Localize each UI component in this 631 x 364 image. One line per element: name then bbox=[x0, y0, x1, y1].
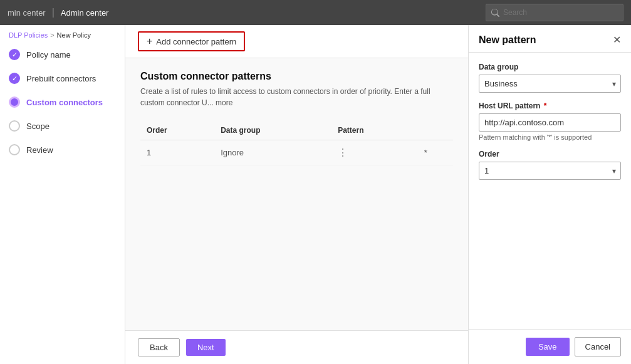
nav-items: ✓ Policy name ✓ Prebuilt connectors Cust… bbox=[0, 43, 125, 364]
sidebar-item-scope[interactable]: Scope bbox=[0, 114, 125, 138]
section-title: Custom connector patterns bbox=[140, 71, 453, 82]
row-pattern: * bbox=[418, 140, 453, 165]
section-desc: Create a list of rules to limit access t… bbox=[140, 86, 453, 108]
row-order: 1 bbox=[140, 140, 214, 165]
order-label: Order bbox=[479, 150, 621, 159]
col-actions bbox=[418, 121, 453, 140]
sidebar-item-policy-name[interactable]: ✓ Policy name bbox=[0, 43, 125, 66]
content-body: Custom connector patterns Create a list … bbox=[125, 58, 468, 330]
content-toolbar: + Add connector pattern bbox=[125, 25, 468, 58]
sidebar-label-custom: Custom connectors bbox=[26, 98, 103, 107]
status-dot-empty-1 bbox=[9, 120, 20, 132]
breadcrumb-current: New Policy bbox=[57, 31, 91, 39]
sidebar-item-prebuilt-connectors[interactable]: ✓ Prebuilt connectors bbox=[0, 66, 125, 90]
add-connector-button[interactable]: + Add connector pattern bbox=[138, 31, 245, 51]
right-panel: New pattern ✕ Data group Business Ignore… bbox=[468, 25, 631, 364]
row-menu-dots[interactable]: ⋮ bbox=[338, 147, 348, 158]
content-area: + Add connector pattern Custom connector… bbox=[125, 25, 468, 364]
host-url-input[interactable] bbox=[479, 113, 621, 132]
col-data-group: Data group bbox=[214, 121, 331, 140]
breadcrumb-parent[interactable]: DLP Policies bbox=[9, 31, 48, 39]
order-select-wrapper: 1 2 3 ▾ bbox=[479, 162, 621, 180]
panel-body: Data group Business Ignore Block ▾ Host … bbox=[469, 53, 631, 329]
col-pattern: Pattern bbox=[331, 121, 418, 140]
col-order: Order bbox=[140, 121, 214, 140]
data-group-select-wrapper: Business Ignore Block ▾ bbox=[479, 75, 621, 93]
status-dot-active bbox=[9, 96, 20, 108]
order-field: Order 1 2 3 ▾ bbox=[479, 150, 621, 180]
patterns-table: Order Data group Pattern 1 Ignore ⋮ * bbox=[140, 121, 453, 165]
table-row: 1 Ignore ⋮ * bbox=[140, 140, 453, 165]
check-icon-1: ✓ bbox=[12, 51, 18, 59]
breadcrumb: DLP Policies > New Policy bbox=[0, 25, 125, 43]
data-group-field: Data group Business Ignore Block ▾ bbox=[479, 63, 621, 93]
sidebar-item-review[interactable]: Review bbox=[0, 138, 125, 162]
search-icon bbox=[491, 9, 499, 17]
panel-footer: Save Cancel bbox=[469, 329, 631, 364]
panel-close-button[interactable]: ✕ bbox=[613, 34, 621, 46]
breadcrumb-sep: > bbox=[50, 31, 54, 39]
row-data-group: Ignore bbox=[214, 140, 331, 165]
admin-center-label: Admin center bbox=[61, 8, 109, 18]
topbar: min center | Admin center bbox=[0, 0, 631, 25]
panel-title: New pattern bbox=[479, 34, 536, 46]
next-button[interactable]: Next bbox=[186, 339, 226, 356]
check-icon-2: ✓ bbox=[12, 75, 18, 83]
sidebar-item-custom-connectors[interactable]: Custom connectors bbox=[0, 90, 125, 114]
back-button[interactable]: Back bbox=[138, 338, 180, 356]
add-connector-label: Add connector pattern bbox=[156, 37, 236, 46]
data-group-label: Data group bbox=[479, 63, 621, 71]
sidebar-label-policy-name: Policy name bbox=[26, 50, 71, 60]
search-box[interactable] bbox=[486, 4, 623, 21]
status-dot-done-2: ✓ bbox=[9, 73, 20, 84]
order-select[interactable]: 1 2 3 bbox=[479, 162, 621, 180]
host-url-field: Host URL pattern * Pattern matching with… bbox=[479, 101, 621, 141]
sidebar: DLP Policies > New Policy ✓ Policy name … bbox=[0, 25, 125, 364]
sidebar-label-prebuilt: Prebuilt connectors bbox=[26, 74, 96, 83]
data-group-select[interactable]: Business Ignore Block bbox=[479, 75, 621, 93]
cancel-button[interactable]: Cancel bbox=[575, 337, 621, 356]
host-url-hint: Pattern matching with '*' is supported bbox=[479, 133, 621, 141]
sidebar-label-scope: Scope bbox=[26, 122, 50, 131]
sidebar-label-review: Review bbox=[26, 145, 53, 155]
search-input[interactable] bbox=[503, 8, 618, 17]
plus-icon: + bbox=[147, 36, 152, 47]
app-name: min center bbox=[8, 8, 46, 18]
host-url-label: Host URL pattern * bbox=[479, 101, 621, 110]
panel-header: New pattern ✕ bbox=[469, 25, 631, 53]
content-footer: Back Next bbox=[125, 330, 468, 364]
save-button[interactable]: Save bbox=[526, 338, 570, 356]
topbar-separator: | bbox=[52, 7, 55, 18]
status-dot-done-1: ✓ bbox=[9, 49, 20, 60]
required-marker: * bbox=[544, 101, 547, 110]
status-dot-empty-2 bbox=[9, 144, 20, 155]
main-layout: DLP Policies > New Policy ✓ Policy name … bbox=[0, 25, 631, 364]
